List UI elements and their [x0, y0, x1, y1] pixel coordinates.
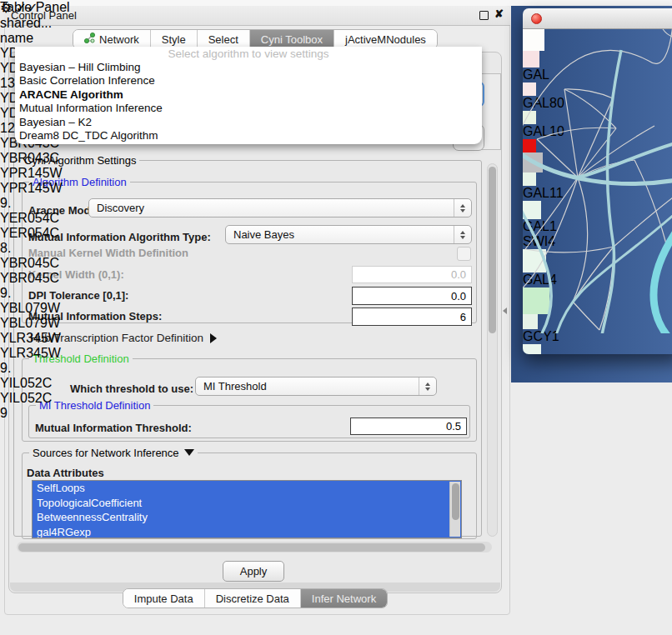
- tab-network-label: Network: [99, 33, 139, 46]
- tab-style[interactable]: Style: [150, 30, 197, 48]
- top-strip: [0, 0, 672, 6]
- column-header-shared[interactable]: shared...: [0, 16, 65, 31]
- algorithm-option[interactable]: Mutual Information Inference: [15, 102, 482, 115]
- settings-horizontal-scrollbar[interactable]: [17, 542, 492, 552]
- tab-discretize-data[interactable]: Discretize Data: [204, 589, 300, 608]
- algorithm-option[interactable]: Bayesian – Hill Climbing: [15, 61, 482, 74]
- table-cell: YER054C: [0, 226, 63, 241]
- apply-button[interactable]: Apply: [223, 561, 284, 582]
- column-header-name[interactable]: name: [0, 31, 63, 46]
- table-cell: YIL052C: [0, 376, 65, 391]
- mi-threshold-label: Mutual Information Threshold:: [35, 422, 192, 434]
- table-cell: YIL052C: [0, 391, 63, 406]
- sources-group-title[interactable]: Sources for Network Inference: [29, 447, 198, 459]
- panel-splitter-handle[interactable]: [503, 308, 507, 314]
- expanded-arrow-icon: [184, 449, 194, 456]
- combo-stepper-icon: [454, 199, 471, 217]
- dpi-tolerance-field[interactable]: 0.0: [352, 287, 472, 305]
- data-attributes-label: Data Attributes: [27, 467, 104, 479]
- table-cell: YER054C: [0, 211, 65, 226]
- tab-network[interactable]: Network: [73, 30, 150, 48]
- table-cell: 9: [0, 406, 37, 421]
- scrollbar-thumb[interactable]: [18, 543, 485, 552]
- table-cell: YPR145W: [0, 181, 63, 196]
- scrollbar-thumb[interactable]: [452, 483, 459, 520]
- table-cell: YPR145W: [0, 166, 65, 181]
- mi-steps-field[interactable]: 6: [352, 308, 472, 326]
- table-cell: YLR345W: [0, 331, 65, 346]
- algorithm-option[interactable]: Bayesian – K2: [15, 116, 482, 129]
- network-edges: [523, 8, 672, 333]
- bottom-tab-bar: Impute Data Discretize Data Infer Networ…: [0, 588, 510, 608]
- table-cell: YBR045C: [0, 256, 65, 271]
- tab-impute-data[interactable]: Impute Data: [123, 589, 204, 608]
- tab-cyni-toolbox[interactable]: Cyni Toolbox: [249, 30, 333, 48]
- kernel-width-field[interactable]: 0.0: [352, 266, 472, 283]
- table-row[interactable]: YER054CYER054C8.: [0, 211, 65, 256]
- algorithm-option[interactable]: Basic Correlation Inference: [15, 74, 482, 88]
- control-panel-titlebar[interactable]: Control Panel ✘: [4, 6, 510, 26]
- float-window-icon[interactable]: [479, 11, 489, 20]
- algorithm-option[interactable]: ARACNE Algorithm: [15, 88, 482, 102]
- algorithm-placeholder: Select algorithm to view settings: [15, 47, 482, 61]
- network-node-hap4[interactable]: [523, 344, 541, 354]
- settings-vertical-scrollbar[interactable]: [487, 163, 498, 537]
- table-cell: 9.: [0, 196, 37, 211]
- table-cell: YBR045C: [0, 271, 63, 286]
- data-attribute-item[interactable]: gal4RGexp: [33, 525, 461, 539]
- table-cell: 8.: [0, 241, 37, 256]
- table-header-row: shared... name: [0, 16, 65, 46]
- mi-threshold-field[interactable]: 0.5: [350, 418, 467, 435]
- table-row[interactable]: YIL052CYIL052C9: [0, 376, 65, 421]
- algorithm-dropdown-popup: Select algorithm to view settings Bayesi…: [15, 47, 482, 144]
- combo-stepper-icon: [454, 226, 471, 243]
- data-attribute-item[interactable]: TopologicalCoefficient: [33, 496, 461, 511]
- table-row[interactable]: YLR345WYLR345W9.: [0, 331, 65, 376]
- network-canvas[interactable]: GALGAL80GAL10GAL11GAL1SWI4GAL4GCY1HAP4YH…: [523, 29, 672, 354]
- table-toolbar: ⚙ ✓✓: [0, 0, 65, 16]
- table-row[interactable]: YPR145WYPR145W9.: [0, 166, 65, 211]
- table-cell: YLR345W: [0, 346, 63, 361]
- which-threshold-label: Which threshold to use:: [70, 382, 193, 395]
- tab-select[interactable]: Select: [197, 30, 249, 48]
- collapsed-arrow-icon: [210, 333, 217, 343]
- hidden-groupbox-fragment: [482, 73, 501, 150]
- checked-boxes-icon[interactable]: ✓✓: [16, 1, 38, 15]
- mi-type-combobox[interactable]: Naive Bayes: [225, 225, 472, 244]
- aracne-mode-combobox[interactable]: Discovery: [88, 198, 472, 218]
- table-cell: YBR043C: [0, 151, 63, 166]
- manual-kernel-checkbox[interactable]: [457, 247, 471, 261]
- algorithm-option[interactable]: Dream8 DC_TDC Algorithm: [15, 129, 482, 142]
- table-cell: 9.: [0, 286, 37, 301]
- data-attributes-list[interactable]: SelfLoopsTopologicalCoefficientBetweenne…: [32, 480, 462, 538]
- table-cell: 9.: [0, 361, 37, 376]
- network-view-window: GALGAL80GAL10GAL11GAL1SWI4GAL4GCY1HAP4YH…: [523, 8, 672, 354]
- table-row[interactable]: YBR045CYBR045C9.: [0, 256, 65, 301]
- scrollbar-thumb[interactable]: [489, 167, 496, 333]
- data-attribute-item[interactable]: SelfLoops: [33, 481, 461, 496]
- tab-infer-network[interactable]: Infer Network: [300, 589, 387, 608]
- list-vertical-scrollbar[interactable]: [449, 482, 460, 537]
- table-row[interactable]: YBL079WYBL079W: [0, 301, 65, 331]
- tab-jactivemnodules[interactable]: jActiveMNodules: [333, 30, 437, 48]
- network-icon: [84, 32, 95, 46]
- combo-stepper-icon: [419, 378, 436, 395]
- which-threshold-combobox[interactable]: MI Threshold: [195, 377, 437, 396]
- data-attribute-item[interactable]: BetweennessCentrality: [33, 510, 461, 525]
- table-cell: YBL079W: [0, 316, 63, 331]
- screenshot-root: Control Panel ✘ Network Style Select: [0, 0, 672, 635]
- gear-icon[interactable]: ⚙: [0, 1, 12, 15]
- close-icon[interactable]: ✘: [494, 8, 504, 20]
- table-cell: YBL079W: [0, 301, 65, 316]
